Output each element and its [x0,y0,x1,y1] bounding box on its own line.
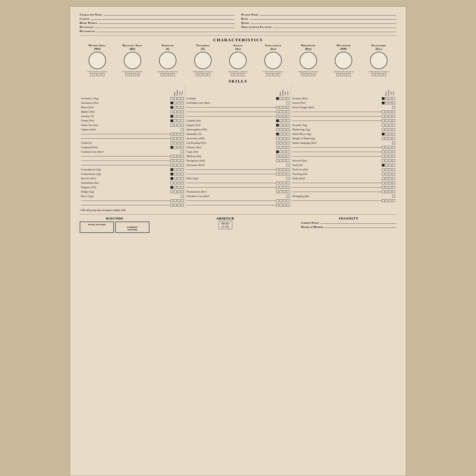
char-ws-box-1[interactable] [90,73,93,76]
char-per-box-2[interactable] [305,73,308,76]
current-points-line[interactable] [321,223,396,224]
quirk-field[interactable]: Quirk [241,21,396,24]
char-ag-box-2[interactable] [235,73,237,76]
skill-right-blank-7 [292,181,395,185]
char-int-box-3[interactable] [274,73,276,76]
char-int-boxes [266,73,280,76]
char-int-box-2[interactable] [270,73,273,76]
skill-blank-1 [81,132,184,136]
career-field[interactable]: Career [80,17,235,20]
char-per-box-3[interactable] [309,73,312,76]
quirk-line[interactable] [250,23,396,24]
homeworld-field[interactable]: Home World [80,21,235,24]
skill-invocation: Invocation (WP) [187,136,289,141]
char-wp: Willpower (WP) Characteristic Advances [327,44,361,76]
char-ag-circle[interactable] [229,52,247,69]
char-bs-box-4[interactable] [137,73,140,76]
char-t-circle[interactable] [194,52,212,69]
description-field[interactable]: Description [80,30,396,33]
char-s-circle[interactable] [159,52,176,69]
skill-mid-blank-8 [187,199,289,203]
degree-madness-line[interactable] [325,228,396,228]
char-wp-box-4[interactable] [348,73,351,76]
player-name-field[interactable]: Player Name [241,13,396,16]
char-per-circle[interactable] [300,52,317,69]
skill-footnote: † This skill group may encompass multipl… [80,209,396,212]
char-int-circle[interactable] [264,52,282,69]
char-ws-box-4[interactable] [102,73,104,76]
char-t-box-2[interactable] [200,73,202,76]
skill-blank-7 [81,203,184,207]
char-int-box-4[interactable] [277,73,280,76]
char-t-box-1[interactable] [196,73,199,76]
skills-title: SKILLS [80,79,396,84]
char-s-box-2[interactable] [164,73,167,76]
char-bs-circle[interactable] [124,52,141,69]
char-s-box-1[interactable] [161,73,163,76]
rank-field[interactable]: Rank [241,17,396,20]
career-line[interactable] [91,19,235,20]
char-bs-box-2[interactable] [129,73,132,76]
char-fel-box-1[interactable] [372,73,374,76]
char-per-box-1[interactable] [301,73,304,76]
rank-label: Rank [241,17,248,20]
char-ag-box-1[interactable] [231,73,234,76]
skill-performer: Performer (Fel)† [187,163,289,167]
skill-techuse: Tech-Use (Int) [292,168,395,172]
skill-header-trained-left: Trained [176,86,178,96]
character-name-field[interactable]: Character Name [80,13,235,16]
skill-gamble: Gamble (Int) [187,119,289,123]
char-int-box-1[interactable] [266,73,269,76]
char-per-box-4[interactable] [313,73,315,76]
ordo-line[interactable] [273,28,396,28]
char-s-box-3[interactable] [168,73,171,76]
skill-header-p20-mid: +20% [287,86,289,96]
char-ws-box-3[interactable] [98,73,101,76]
char-wp-box-1[interactable] [336,73,339,76]
player-name-line[interactable] [260,15,396,16]
char-fel-box-2[interactable] [375,73,378,76]
skill-right-blank-4 [292,145,395,149]
degree-madness-field[interactable]: Degree of Madness [301,226,396,228]
skill-header-p20-right: +20% [393,86,394,96]
char-ag-box-4[interactable] [242,73,245,76]
char-per-boxes [301,73,315,76]
char-wp-box-3[interactable] [344,73,347,76]
char-s-box-4[interactable] [172,73,175,76]
char-ws-box-2[interactable] [94,73,97,76]
armour-head-box[interactable]: HEAD (1-10) [219,221,232,229]
char-wp-box-2[interactable] [340,73,343,76]
char-bs-box-1[interactable] [125,73,128,76]
ordo-field[interactable]: Ordo (and/or Faction) [241,25,396,29]
wounds-boxes: TOTAL WOUNDS CURRENT WOUNDS [80,221,149,233]
char-ag-box-3[interactable] [238,73,241,76]
skill-evaluate: Evaluate [187,96,289,101]
rank-line[interactable] [249,19,396,20]
character-sheet: Character Name Player Name Career Rank H… [70,6,406,476]
skill-sleight: Sleight of Hand (Ag) [292,136,395,141]
char-fel-circle[interactable] [370,52,387,69]
skill-charm: Charm (Fel) [81,119,184,123]
description-line[interactable] [96,32,396,32]
char-wp-circle[interactable] [335,52,352,69]
char-ag-boxes [231,73,245,76]
homeworld-line[interactable] [98,23,235,24]
char-ws-circle[interactable] [89,52,106,69]
skill-mid-blank-1 [187,105,289,109]
char-t-box-4[interactable] [207,73,210,76]
char-fel-box-4[interactable] [383,73,386,76]
skill-disguise: Disguise (Fel) [81,185,184,189]
current-points-field[interactable]: Current Points [301,221,396,224]
char-t-box-3[interactable] [203,73,206,76]
divination-line[interactable] [95,28,235,28]
current-wounds-box[interactable]: CURRENT WOUNDS [115,221,149,233]
char-fel-box-3[interactable] [379,73,382,76]
char-s: Strength (S) Characteristic Advances [150,44,185,76]
divination-field[interactable]: Divination [80,25,235,29]
char-bs-box-3[interactable] [133,73,136,76]
total-wounds-box[interactable]: TOTAL WOUNDS [80,221,114,233]
bottom-section: WOUNDS TOTAL WOUNDS CURRENT WOUNDS ARMOU… [80,214,396,233]
character-name-line[interactable] [103,15,235,16]
char-per: Perception (Per) Characteristic Advances [291,44,326,76]
skill-header-basic-right: Basic [385,86,387,96]
